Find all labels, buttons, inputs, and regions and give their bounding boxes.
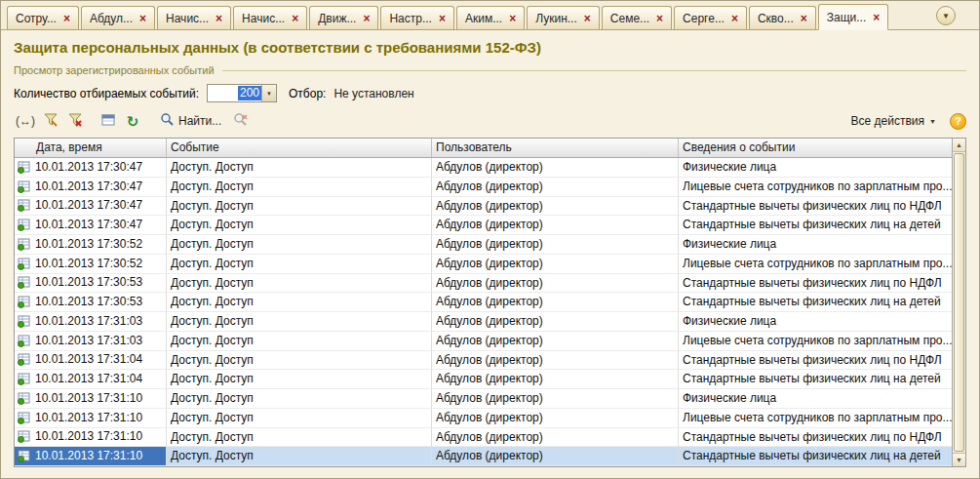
column-header-event[interactable]: Событие <box>167 139 432 157</box>
column-header-datetime[interactable]: Дата, время <box>15 139 167 157</box>
group-label: Просмотр зарегистрированных событий <box>14 64 215 76</box>
cell-details: Лицевые счета сотрудников по зарплатным … <box>679 409 952 428</box>
table-row[interactable]: 10.01.2013 17:31:10 Доступ. Доступ Абдул… <box>15 428 952 448</box>
column-header-user[interactable]: Пользователь <box>432 139 679 157</box>
tab-close-icon[interactable]: × <box>656 13 663 24</box>
clear-filter-button[interactable] <box>64 110 86 132</box>
window-settings-icon <box>100 112 116 131</box>
table-header: Дата, время Событие Пользователь Сведени… <box>15 139 952 158</box>
event-log-icon <box>18 238 30 251</box>
events-count-field[interactable]: 200 ▼ <box>207 84 277 102</box>
vertical-scrollbar[interactable]: ▲ ▼ <box>952 139 965 466</box>
help-button[interactable]: ? <box>950 113 966 130</box>
tab[interactable]: Семе... × <box>602 6 672 29</box>
tab[interactable]: Начис... × <box>157 6 231 29</box>
tab-close-icon[interactable]: × <box>363 13 370 24</box>
cell-event: Доступ. Доступ <box>167 197 432 217</box>
event-log-icon <box>18 180 30 193</box>
scrollbar-thumb[interactable] <box>954 153 964 452</box>
tab[interactable]: Серге... × <box>674 6 747 29</box>
table-row[interactable]: 10.01.2013 17:31:03 Доступ. Доступ Абдул… <box>15 332 952 351</box>
cell-details: Стандартные вычеты физических лиц по НДФ… <box>679 197 952 217</box>
group-header: Просмотр зарегистрированных событий <box>14 63 966 77</box>
event-log-icon <box>18 373 30 385</box>
tab[interactable]: Сотру... × <box>7 6 79 29</box>
event-log-icon <box>18 335 30 347</box>
tab[interactable]: Аким... × <box>456 6 525 29</box>
table-row[interactable]: 10.01.2013 17:31:03 Доступ. Доступ Абдул… <box>15 312 952 332</box>
form-content: Защита персональных данных (в соответств… <box>1 30 979 478</box>
tab[interactable]: Движ... × <box>309 6 378 29</box>
tab-close-icon[interactable]: × <box>873 12 880 23</box>
tab-close-icon[interactable]: × <box>292 13 298 24</box>
cell-datetime: 10.01.2013 17:31:03 <box>15 332 167 351</box>
set-filter-button[interactable] <box>40 110 61 132</box>
cell-details: Стандартные вычеты физических лиц на дет… <box>679 370 952 389</box>
all-actions-button[interactable]: Все действия ▼ <box>847 110 940 132</box>
tab-label: Семе... <box>610 12 649 25</box>
cell-datetime: 10.01.2013 17:31:10 <box>15 409 167 428</box>
filter-value: Не установлен <box>333 87 413 100</box>
table-row[interactable]: 10.01.2013 17:31:10 Доступ. Доступ Абдул… <box>15 409 952 428</box>
tab-close-icon[interactable]: × <box>139 13 146 24</box>
find-button[interactable]: Найти... <box>155 110 226 132</box>
scroll-down-icon[interactable]: ▼ <box>953 453 965 466</box>
tab-close-icon[interactable]: × <box>584 13 591 24</box>
table-row[interactable]: 10.01.2013 17:30:47 Доступ. Доступ Абдул… <box>15 216 952 235</box>
tab-close-icon[interactable]: × <box>63 13 70 24</box>
tab[interactable]: Начис... × <box>233 6 307 29</box>
table-row[interactable]: 10.01.2013 17:30:47 Доступ. Доступ Абдул… <box>15 197 952 217</box>
column-header-details[interactable]: Сведения о событии <box>679 139 952 157</box>
tab-list-dropdown-button[interactable]: ▼ <box>936 6 956 25</box>
tab-close-icon[interactable]: × <box>801 13 807 24</box>
cell-user: Абдулов (директор) <box>432 255 679 274</box>
refresh-button[interactable]: ↻ <box>122 110 143 132</box>
table-row[interactable]: 10.01.2013 17:31:04 Доступ. Доступ Абдул… <box>15 351 952 371</box>
event-log-icon <box>18 412 30 424</box>
cell-event: Доступ. Доступ <box>167 351 432 371</box>
table-row[interactable]: 10.01.2013 17:31:10 Доступ. Доступ Абдул… <box>15 389 952 409</box>
table-row[interactable]: 10.01.2013 17:30:53 Доступ. Доступ Абдул… <box>15 293 952 312</box>
cell-event: Доступ. Доступ <box>167 293 432 312</box>
group-divider <box>222 70 966 71</box>
table-row[interactable]: 10.01.2013 17:31:04 Доступ. Доступ Абдул… <box>15 370 952 389</box>
tab-close-icon[interactable]: × <box>216 13 222 24</box>
event-log-icon <box>18 276 30 289</box>
table-row[interactable]: 10.01.2013 17:30:52 Доступ. Доступ Абдул… <box>15 255 952 274</box>
tab-label: Скво... <box>758 12 794 25</box>
event-log-icon <box>18 199 30 212</box>
tab[interactable]: Настр... × <box>380 6 454 29</box>
tab[interactable]: Защи... × <box>818 4 889 30</box>
table-row[interactable]: 10.01.2013 17:30:53 Доступ. Доступ Абдул… <box>15 274 952 294</box>
table-row[interactable]: 10.01.2013 17:31:10 Доступ. Доступ Абдул… <box>15 447 952 466</box>
event-log-icon <box>18 430 30 443</box>
scroll-up-icon[interactable]: ▲ <box>953 139 965 152</box>
cell-event: Доступ. Доступ <box>167 389 432 409</box>
tab[interactable]: Лукин... × <box>527 6 600 29</box>
tab-close-icon[interactable]: × <box>509 13 516 24</box>
set-period-button[interactable]: (↔) <box>14 110 37 132</box>
table-row[interactable]: 10.01.2013 17:30:52 Доступ. Доступ Абдул… <box>15 235 952 255</box>
cell-datetime: 10.01.2013 17:30:47 <box>15 178 167 197</box>
tab[interactable]: Скво... × <box>749 6 816 29</box>
tab-close-icon[interactable]: × <box>439 13 446 24</box>
cell-details: Лицевые счета сотрудников по зарплатным … <box>679 178 952 197</box>
tab-label: Начис... <box>166 12 209 25</box>
cell-user: Абдулов (директор) <box>432 235 679 255</box>
configure-list-button[interactable] <box>98 110 119 132</box>
tab-label: Начис... <box>242 12 285 25</box>
tab[interactable]: Абдул... × <box>81 6 155 29</box>
cell-details: Физические лица <box>679 235 952 255</box>
cell-details: Стандартные вычеты физических лиц на дет… <box>679 293 952 312</box>
table-row[interactable]: 10.01.2013 17:30:47 Доступ. Доступ Абдул… <box>15 158 952 178</box>
tab-close-icon[interactable]: × <box>731 13 738 24</box>
event-log-icon <box>18 219 30 231</box>
events-count-dropdown-icon[interactable]: ▼ <box>261 85 276 101</box>
event-log-icon <box>18 296 30 308</box>
cell-datetime-text: 10.01.2013 17:30:52 <box>35 235 142 254</box>
tab-label: Серге... <box>683 12 725 25</box>
cell-event: Доступ. Доступ <box>167 447 432 466</box>
clear-search-button[interactable] <box>229 110 251 132</box>
cell-datetime: 10.01.2013 17:30:47 <box>15 158 167 178</box>
table-row[interactable]: 10.01.2013 17:30:47 Доступ. Доступ Абдул… <box>15 178 952 197</box>
